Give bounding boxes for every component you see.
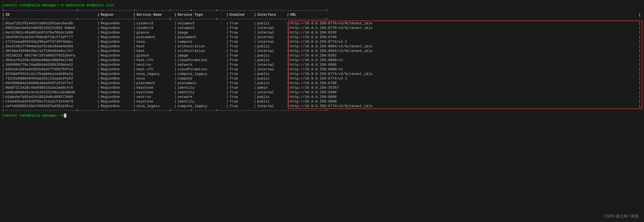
table-row: |b1aba9e7b93a42b18610e0c069573db5|Region…	[0, 95, 644, 99]
pipe: |	[254, 54, 256, 58]
table-row: |9bb87213428c46e89842d1ba3a69cfc6|Region…	[0, 85, 644, 90]
pipe: |	[287, 35, 289, 39]
id-cell: 26d3381fe2e34cf09bd6f16cff1df777	[5, 35, 98, 39]
pipe: |	[98, 13, 100, 17]
pipe: |	[2, 54, 4, 58]
pipe: |	[639, 44, 641, 48]
service-name-cell: cinderv3	[136, 21, 174, 25]
pipe: |	[133, 13, 135, 17]
region-cell: RegionOne	[101, 26, 133, 30]
url-cell: http://10.0.0.250:8774/v2.1	[290, 77, 639, 81]
service-name-cell: nova	[136, 77, 174, 81]
id-cell: 3969900770c24ad8b8a01686359bba42	[5, 63, 98, 67]
cursor	[64, 114, 66, 118]
pipe: |	[133, 90, 135, 94]
service-type-cell: identity	[177, 86, 226, 90]
url-cell: http://10.0.0.250:5000	[290, 90, 639, 94]
pipe: |	[133, 67, 135, 71]
pipe: |	[226, 100, 228, 104]
region-cell: RegionOne	[101, 67, 133, 71]
region-cell: RegionOne	[101, 49, 133, 53]
pipe: |	[2, 44, 4, 48]
pipe: |	[254, 63, 256, 67]
pipe: |	[2, 21, 4, 25]
table-row: |26d3381fe2e34cf09bd6f16cff1df777|Region…	[0, 35, 644, 39]
pipe: |	[639, 100, 641, 104]
pipe: |	[226, 13, 228, 17]
url-cell: http://10.0.0.250:8004/v1/%(tenant_id)s	[290, 49, 639, 53]
interface-cell: internal	[257, 63, 287, 67]
service-type-cell: identity	[177, 90, 226, 94]
pipe: |	[98, 49, 100, 53]
pipe: |	[133, 81, 135, 85]
pipe: |	[639, 86, 641, 90]
service-name-cell: neutron	[136, 95, 174, 99]
pipe: |	[174, 77, 176, 81]
service-type-cell: placement	[177, 35, 226, 39]
pipe: |	[226, 31, 228, 35]
pipe: |	[639, 81, 641, 85]
pipe: |	[174, 104, 176, 108]
pipe: |	[98, 35, 100, 39]
pipe: |	[287, 81, 289, 85]
pipe: |	[287, 63, 289, 67]
interface-cell: internal	[257, 40, 287, 44]
pipe: |	[639, 67, 641, 71]
pipe: |	[639, 54, 641, 58]
pipe: |	[133, 95, 135, 99]
pipe: |	[226, 21, 228, 25]
id-cell: b1aba9e7b93a42b18610e0c069573db5	[5, 95, 98, 99]
url-cell: http://10.0.0.250:9292	[290, 54, 639, 58]
header-service-type: Service Type	[177, 13, 226, 17]
pipe: |	[254, 77, 256, 81]
pipe: |	[174, 54, 176, 58]
pipe: |	[226, 104, 228, 108]
region-cell: RegionOne	[101, 95, 133, 99]
pipe: |	[639, 77, 641, 81]
pipe: |	[2, 77, 4, 81]
pipe: |	[287, 95, 289, 99]
region-cell: RegionOne	[101, 90, 133, 94]
pipe: |	[98, 104, 100, 108]
url-cell: http://10.0.0.250:8774/v2/%(tenant_id)s	[290, 104, 639, 108]
pipe: |	[254, 35, 256, 39]
service-type-cell: orchestration	[177, 49, 226, 53]
enabled-cell: True	[229, 49, 254, 53]
enabled-cell: True	[229, 31, 254, 35]
interface-cell: internal	[257, 90, 287, 94]
service-name-cell: nova	[136, 40, 174, 44]
pipe: |	[98, 44, 100, 48]
pipe: |	[226, 86, 228, 90]
enabled-cell: True	[229, 104, 254, 108]
enabled-cell: True	[229, 90, 254, 94]
service-name-cell: placement	[136, 35, 174, 39]
pipe: |	[98, 100, 100, 104]
url-cell: http://10.0.0.250:8776/v3/%(tenant_id)s	[290, 21, 639, 25]
pipe: |	[98, 58, 100, 62]
pipe: |	[133, 31, 135, 35]
pipe: |	[98, 81, 100, 85]
separator-bottom: +----------------------------------+----…	[0, 108, 644, 112]
interface-cell: public	[257, 72, 287, 76]
enabled-cell: True	[229, 26, 254, 30]
pipe: |	[639, 35, 641, 39]
url-cell: http://10.0.0.250:8000/v1	[290, 58, 639, 62]
pipe: |	[174, 13, 176, 17]
pipe: |	[226, 44, 228, 48]
pipe: |	[133, 63, 135, 67]
pipe: |	[226, 58, 228, 62]
pipe: |	[2, 13, 4, 17]
pipe: |	[2, 90, 4, 94]
table-row: |36158232 6057467297a0602f851d3efa|Regio…	[0, 53, 644, 58]
url-cell: http://10.0.0.250:8774/v2/%(tenant_id)s	[290, 72, 639, 76]
url-cell: http://10.0.0.250:5000	[290, 100, 639, 104]
pipe: |	[2, 63, 4, 67]
service-name-cell: heat	[136, 44, 174, 48]
pipe: |	[287, 90, 289, 94]
table-row: |30f4be49399e40a7a27188e04e0cc7e7|Region…	[0, 49, 644, 53]
enabled-cell: True	[229, 58, 254, 62]
url-cell: http://10.0.0.250:9696	[290, 95, 639, 99]
pipe: |	[254, 44, 256, 48]
id-cell: 05ad7101f81443cfa8662501ebc6ac0b	[5, 21, 98, 25]
pipe: |	[2, 95, 4, 99]
